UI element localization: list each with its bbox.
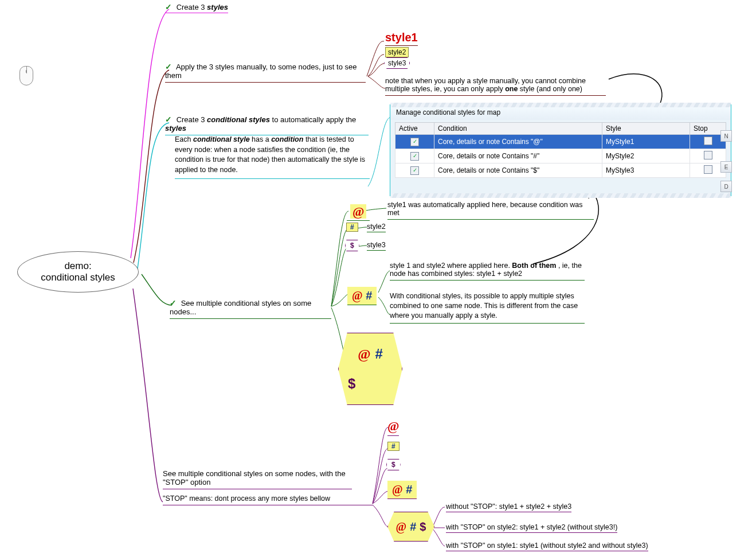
- check-icon: ✓: [165, 62, 172, 71]
- checkbox-on-icon[interactable]: [410, 138, 419, 146]
- checkbox-off-icon[interactable]: [704, 151, 712, 159]
- table-row[interactable]: Core, details or note Contains "@" MySty…: [395, 135, 726, 149]
- b5-r3: with "STOP" on style1: style1 (without s…: [446, 542, 648, 551]
- checkbox-on-icon[interactable]: [410, 166, 419, 175]
- b4-hash-node[interactable]: #: [346, 223, 358, 232]
- b5-combined-big[interactable]: @ # $: [387, 512, 434, 542]
- b5-r2: with "STOP" on style2: style1 + style2 (…: [446, 523, 617, 533]
- dollar-symbol: $: [350, 242, 354, 250]
- style1-example[interactable]: style1: [385, 31, 418, 46]
- b4-note1: style1 was automatically applied here, b…: [387, 201, 594, 220]
- b4-both-note: style 1 and style2 where applied here. B…: [390, 262, 585, 281]
- mouse-icon: [19, 66, 33, 85]
- col-style[interactable]: Style: [602, 123, 690, 135]
- style3-example[interactable]: style3: [384, 57, 410, 69]
- col-active[interactable]: Active: [395, 123, 434, 135]
- branch-create-styles[interactable]: ✓ Create 3 styles: [165, 2, 228, 13]
- b5-r1: without "STOP": style1 + style2 + style3: [446, 503, 571, 512]
- manual-note-one: one: [505, 85, 518, 93]
- dialog-btn-e[interactable]: E: [720, 161, 732, 173]
- b5-label: See multiple conditional styles on some …: [163, 469, 346, 486]
- b4-detail: With conditional styles, its possible to…: [390, 291, 585, 324]
- table-row[interactable]: Core, details or note Contains "$" MySty…: [395, 163, 726, 178]
- check-icon: ✓: [165, 2, 172, 11]
- check-icon: ✓: [170, 298, 177, 307]
- b5-at-node[interactable]: @: [387, 419, 399, 436]
- style2-example[interactable]: style2: [385, 47, 409, 57]
- checkbox-off-icon[interactable]: [704, 137, 712, 145]
- b4-label: See multiple conditional styles on some …: [170, 299, 311, 316]
- check-icon: ✓: [165, 115, 172, 124]
- b4-dollar-node[interactable]: $: [345, 240, 359, 251]
- manual-note: note that when you apply a style manuall…: [385, 77, 606, 96]
- cell-style: MyStyle1: [602, 135, 690, 149]
- manage-cond-styles-dialog: Manage conditional styles for map Active…: [390, 104, 731, 196]
- checkbox-on-icon[interactable]: [410, 152, 419, 161]
- branch-see-multiple[interactable]: ✓ See multiple conditional styles on som…: [170, 298, 331, 319]
- b5-dollar-node[interactable]: $: [386, 459, 401, 470]
- b5-combined-small[interactable]: @ #: [387, 481, 417, 499]
- b4-style2-label: style2: [367, 223, 386, 232]
- cell-condition: Core, details or note Contains "@": [434, 135, 602, 149]
- hash-symbol: #: [350, 223, 354, 231]
- root-line2: conditional styles: [18, 272, 138, 283]
- b3-styles: styles: [165, 124, 186, 133]
- b3-b: to automatically apply the: [272, 115, 357, 124]
- b5-hash-node[interactable]: #: [387, 442, 399, 451]
- cell-style: MyStyle2: [602, 149, 690, 163]
- b4-at-node[interactable]: @: [347, 203, 370, 221]
- cell-style: MyStyle3: [602, 163, 690, 178]
- at-symbol: @: [350, 204, 366, 219]
- cell-condition: Core, details or note Contains "#": [434, 149, 602, 163]
- root-line1: demo:: [18, 260, 138, 272]
- b4-style3-label: style3: [367, 241, 386, 251]
- branch-stop-option[interactable]: See multiple conditional styles on some …: [163, 469, 352, 489]
- checkbox-off-icon[interactable]: [704, 165, 712, 174]
- b2-label: Apply the 3 styles manually, to some nod…: [165, 63, 357, 80]
- manual-note-b: style (and only one): [520, 85, 582, 93]
- branch-apply-manually[interactable]: ✓ Apply the 3 styles manually, to some n…: [165, 62, 366, 83]
- cond-style-desc: Each conditional style has a condition t…: [175, 135, 370, 179]
- dialog-btn-n[interactable]: N: [720, 130, 732, 142]
- b1-prefix: Create 3: [177, 3, 207, 11]
- cell-condition: Core, details or note Contains "$": [434, 163, 602, 178]
- b1-styles: styles: [207, 3, 228, 11]
- b5-stop-note: "STOP" means: dont process any more styl…: [163, 494, 373, 505]
- dialog-btn-d[interactable]: D: [720, 181, 732, 192]
- branch-create-cond-styles[interactable]: ✓ Create 3 conditional styles to automat…: [165, 115, 369, 135]
- b3-cs: conditional styles: [207, 115, 270, 124]
- col-condition[interactable]: Condition: [434, 123, 602, 135]
- b4-big-hex[interactable]: @ # $: [338, 333, 402, 405]
- root-node[interactable]: demo: conditional styles: [17, 251, 139, 293]
- table-row[interactable]: Core, details or note Contains "#" MySty…: [395, 149, 726, 163]
- b4-combined-node[interactable]: @ #: [347, 287, 377, 305]
- cond-styles-table[interactable]: Active Condition Style Stop Core, detail…: [395, 122, 726, 178]
- b3-a: Create 3: [177, 115, 207, 124]
